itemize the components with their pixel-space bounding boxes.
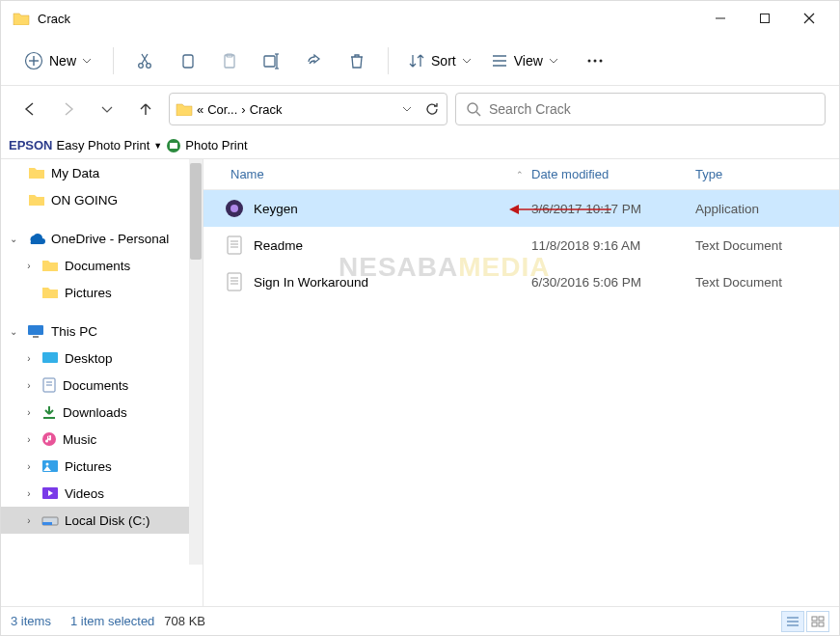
- file-type: Text Document: [695, 238, 839, 253]
- header-type[interactable]: Type: [695, 159, 839, 189]
- tree-localdisk[interactable]: ›Local Disk (C:): [1, 507, 203, 534]
- maximize-button[interactable]: [743, 3, 787, 34]
- chevron-right-icon[interactable]: ›: [22, 461, 36, 472]
- separator: [113, 47, 114, 74]
- tree-pictures[interactable]: Pictures: [1, 279, 203, 306]
- tree-onedrive[interactable]: ⌄OneDrive - Personal: [1, 225, 203, 252]
- svg-point-40: [230, 205, 238, 212]
- header-name[interactable]: Name⌃: [203, 159, 531, 189]
- statusbar: 3 items 1 item selected 708 KB: [1, 606, 839, 635]
- chevron-right-icon[interactable]: ›: [22, 488, 36, 499]
- window-title: Crack: [38, 12, 70, 26]
- chevron-down-icon[interactable]: [402, 104, 412, 114]
- delete-button[interactable]: [338, 43, 376, 78]
- epson-bar: EPSON Easy Photo Print ▼ Photo Print: [1, 132, 839, 159]
- new-label: New: [49, 53, 76, 69]
- chevron-right-icon[interactable]: ›: [22, 261, 36, 271]
- tree-videos[interactable]: ›Videos: [1, 480, 203, 507]
- crumb-seg1[interactable]: Cor...: [207, 102, 237, 117]
- epson-app[interactable]: Easy Photo Print: [57, 138, 150, 152]
- chevron-down-icon: [549, 56, 558, 66]
- tree-ongoing[interactable]: ON GOING: [1, 186, 203, 213]
- svg-rect-53: [812, 617, 817, 621]
- svg-point-22: [468, 103, 477, 113]
- file-list: Name⌃ Date modified Type Keygen 3/6/2017…: [203, 159, 839, 606]
- tree-pictures2[interactable]: ›Pictures: [1, 453, 203, 480]
- chevron-right-icon[interactable]: ›: [22, 353, 36, 364]
- chevron-right-icon[interactable]: ›: [22, 434, 36, 445]
- chevron-right-icon[interactable]: ›: [22, 515, 36, 526]
- close-button[interactable]: [787, 3, 831, 34]
- file-name: Sign In Workaround: [254, 275, 368, 290]
- recent-button[interactable]: [92, 94, 122, 124]
- text-icon: [225, 235, 244, 255]
- minimize-button[interactable]: [698, 3, 743, 34]
- svg-rect-45: [228, 273, 241, 290]
- chevron-down-icon[interactable]: ⌄: [7, 234, 20, 244]
- app-icon: [225, 199, 244, 218]
- crumb-sep: ›: [241, 102, 245, 117]
- new-button[interactable]: New: [14, 45, 101, 76]
- svg-point-19: [587, 59, 590, 62]
- copy-button[interactable]: [168, 43, 206, 78]
- forward-button[interactable]: [53, 94, 84, 124]
- scrollbar-thumb[interactable]: [190, 163, 202, 260]
- rename-button[interactable]: [253, 43, 291, 78]
- toolbar: New Sort View: [1, 36, 839, 86]
- crumb-ellipsis: «: [197, 102, 203, 117]
- svg-rect-1: [761, 14, 770, 23]
- thumbnails-view-button[interactable]: [806, 611, 829, 632]
- paste-button[interactable]: [210, 43, 249, 78]
- details-view-button[interactable]: [781, 611, 804, 632]
- svg-rect-56: [819, 622, 824, 626]
- share-button[interactable]: [295, 43, 334, 78]
- sort-caret-icon: ⌃: [516, 170, 524, 180]
- refresh-icon[interactable]: [423, 100, 441, 118]
- file-date: 11/8/2018 9:16 AM: [531, 238, 695, 253]
- chevron-down-icon: [82, 56, 92, 66]
- svg-rect-55: [812, 622, 817, 626]
- crumb-seg2[interactable]: Crack: [250, 102, 283, 117]
- print-icon: [166, 138, 181, 153]
- search-icon: [466, 101, 481, 117]
- chevron-down-icon[interactable]: ⌄: [7, 326, 20, 337]
- tree-scrollbar[interactable]: [189, 159, 203, 565]
- back-button[interactable]: [14, 94, 45, 124]
- content: My Data ON GOING ⌄OneDrive - Personal ›D…: [1, 159, 839, 606]
- epson-brand: EPSON: [9, 138, 53, 152]
- view-button[interactable]: View: [483, 47, 566, 74]
- breadcrumb[interactable]: « Cor... › Crack: [169, 93, 447, 125]
- nav-tree: My Data ON GOING ⌄OneDrive - Personal ›D…: [1, 159, 203, 606]
- epson-photo[interactable]: Photo Print: [185, 138, 247, 152]
- svg-point-21: [599, 59, 602, 62]
- chevron-right-icon[interactable]: ›: [22, 407, 36, 418]
- file-row[interactable]: Readme 11/8/2018 9:16 AM Text Document: [203, 227, 839, 263]
- tree-mydata[interactable]: My Data: [1, 159, 203, 186]
- tree-desktop[interactable]: ›Desktop: [1, 345, 203, 372]
- header-date[interactable]: Date modified: [531, 159, 695, 189]
- titlebar: Crack: [1, 1, 839, 36]
- svg-rect-12: [264, 56, 275, 67]
- sort-button[interactable]: Sort: [400, 46, 479, 75]
- dropdown-icon[interactable]: ▼: [153, 141, 162, 151]
- status-selected: 1 item selected: [70, 614, 154, 628]
- more-button[interactable]: [576, 43, 614, 78]
- tree-music[interactable]: ›Music: [1, 426, 203, 453]
- separator: [388, 47, 389, 74]
- svg-rect-26: [28, 325, 43, 335]
- sort-label: Sort: [431, 53, 456, 69]
- folder-icon: [176, 102, 193, 116]
- tree-downloads[interactable]: ›Downloads: [1, 399, 203, 426]
- svg-rect-25: [170, 143, 177, 149]
- tree-thispc[interactable]: ⌄This PC: [1, 318, 203, 345]
- up-button[interactable]: [130, 94, 161, 124]
- tree-documents[interactable]: ›Documents: [1, 252, 203, 279]
- svg-rect-27: [33, 336, 39, 338]
- tree-documents2[interactable]: ›Documents: [1, 372, 203, 399]
- cut-button[interactable]: [125, 43, 164, 78]
- text-icon: [225, 272, 244, 291]
- file-row[interactable]: Sign In Workaround 6/30/2016 5:06 PM Tex…: [203, 263, 839, 300]
- chevron-right-icon[interactable]: ›: [22, 380, 36, 391]
- search-box[interactable]: Search Crack: [455, 93, 826, 125]
- svg-rect-41: [228, 236, 241, 254]
